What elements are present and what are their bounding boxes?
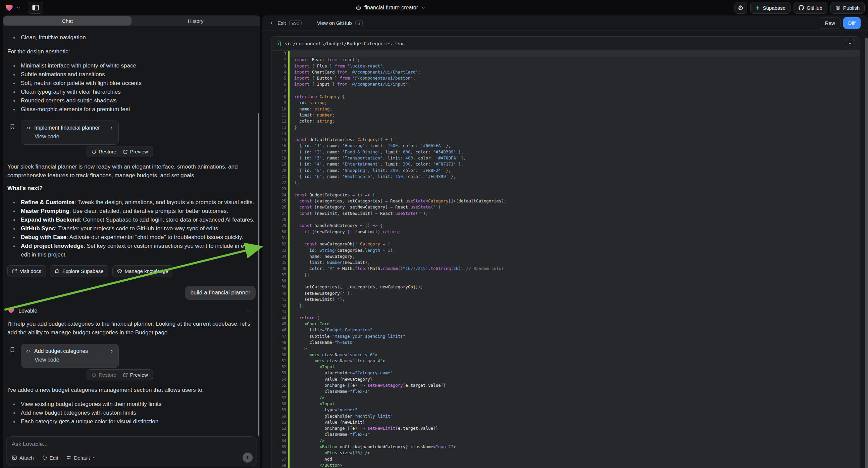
view-code-link[interactable]: View code bbox=[35, 357, 114, 364]
lovable-logo-icon[interactable] bbox=[5, 4, 14, 12]
code-file-header[interactable]: src/components/budget/BudgetCategories.t… bbox=[272, 37, 860, 51]
exit-button[interactable]: Exit ESC bbox=[270, 20, 302, 26]
diff-button[interactable]: Diff bbox=[843, 17, 861, 29]
tab-history[interactable]: History bbox=[131, 16, 260, 26]
preview-button[interactable]: Preview bbox=[123, 149, 148, 154]
fold-chevron-icon[interactable]: ⌄ bbox=[287, 223, 289, 229]
code-line-content: <Button onClick={handleAddCategory} clas… bbox=[289, 444, 860, 450]
code-line: 65 <Button onClick={handleAddCategory} c… bbox=[272, 444, 860, 450]
file-added-icon bbox=[276, 40, 281, 46]
code-line-content: title="Budget Categories" bbox=[289, 327, 860, 333]
version-card[interactable]: Add budget categoriesView code bbox=[21, 344, 119, 368]
g-kbd-badge: G bbox=[355, 20, 363, 26]
code-line: 15⌄const defaultCategories: Category[] =… bbox=[272, 137, 860, 143]
line-number: 33 bbox=[272, 247, 288, 254]
view-on-github-button[interactable]: View on GitHub G bbox=[317, 20, 363, 26]
github-button[interactable]: GitHub bbox=[794, 2, 828, 14]
chevron-right-icon bbox=[110, 126, 114, 130]
chevron-left-icon bbox=[270, 21, 274, 25]
model-default-dropdown[interactable]: Default bbox=[66, 455, 96, 461]
line-number: 52 bbox=[272, 364, 288, 370]
restore-button[interactable]: Restore bbox=[92, 149, 117, 154]
list-item: Refine & Customize: Tweak the design, an… bbox=[7, 198, 256, 207]
code-line: 49 > bbox=[272, 346, 860, 351]
supabase-button[interactable]: Supabase bbox=[750, 2, 791, 14]
code-line-content: const BudgetCategories = () => { bbox=[289, 192, 860, 198]
code-line: 62 onChange={(e) => setNewLimit(e.target… bbox=[272, 426, 860, 431]
edit-mode-button[interactable]: Edit bbox=[42, 455, 58, 461]
code-line-content: /> bbox=[289, 395, 860, 401]
line-number: 55 bbox=[272, 382, 288, 388]
code-line-content: } bbox=[289, 124, 860, 130]
line-number: 10 bbox=[272, 106, 288, 112]
line-number: 7 bbox=[272, 88, 288, 94]
fold-chevron-icon[interactable]: ⌄ bbox=[287, 137, 289, 143]
fold-chevron-icon[interactable]: ⌄ bbox=[287, 94, 289, 100]
code-content[interactable]: 12import React from 'react';3import { Pl… bbox=[272, 51, 860, 468]
code-line-content: className="h-auto" bbox=[289, 340, 860, 346]
line-number: 65 bbox=[272, 444, 288, 450]
code-viewer-toolbar: Exit ESC View on GitHub G Raw Diff bbox=[262, 16, 868, 31]
line-number: 28 bbox=[272, 216, 288, 223]
attach-button[interactable]: Attach bbox=[12, 455, 34, 461]
code-line-content: { id: '1', name: 'Housing', limit: 1500,… bbox=[289, 143, 860, 149]
code-line-content: className="flex-1" bbox=[289, 431, 860, 437]
assistant-name: Lovable bbox=[19, 308, 37, 314]
sidebar-toggle-button[interactable] bbox=[28, 2, 43, 14]
send-button[interactable] bbox=[243, 452, 253, 463]
chat-bullet-list: Refine & Customize: Tweak the design, an… bbox=[7, 198, 256, 259]
code-line: 19 { id: '4', name: 'Entertainment', lim… bbox=[272, 161, 860, 167]
code-line-content: if (!newCategory || !newLimit) return; bbox=[289, 229, 860, 235]
line-number: 13 bbox=[272, 124, 288, 130]
sliders-icon bbox=[66, 455, 71, 460]
line-number: 1 bbox=[272, 51, 288, 57]
bookmark-icon[interactable] bbox=[9, 123, 16, 130]
line-number: 31 bbox=[272, 235, 288, 241]
version-card[interactable]: Implement financial plannerView code bbox=[21, 120, 119, 145]
code-line: 67 Add bbox=[272, 456, 860, 462]
project-switcher[interactable]: financial-future-creator bbox=[355, 0, 426, 16]
logo-chevron-down-icon[interactable] bbox=[17, 6, 21, 10]
restore-button[interactable]: Restore bbox=[92, 372, 117, 378]
chat-input[interactable] bbox=[12, 441, 251, 447]
line-number: 19 bbox=[272, 161, 288, 167]
message-menu-button[interactable]: ··· bbox=[246, 308, 254, 314]
line-number: 42 bbox=[272, 302, 288, 309]
code-line-content: { id: '2', name: 'Food & Dining', limit:… bbox=[289, 149, 860, 155]
line-number: 37 bbox=[272, 272, 288, 278]
line-number: 15⌄ bbox=[272, 137, 288, 143]
publish-globe-icon bbox=[835, 5, 840, 10]
attach-image-icon bbox=[12, 455, 17, 460]
line-number: 6 bbox=[272, 81, 288, 87]
fold-chevron-icon[interactable]: ⌄ bbox=[287, 241, 289, 247]
code-line-content: { id: '5', name: 'Shopping', limit: 200,… bbox=[289, 168, 860, 174]
code-line: 39 setCategories([...categories, newCate… bbox=[272, 284, 860, 290]
code-viewer-panel: Exit ESC View on GitHub G Raw Diff src/c… bbox=[262, 16, 868, 468]
code-line-content: const newCategoryObj: Category = { bbox=[289, 241, 860, 247]
explore-supabase-button[interactable]: Explore Supabase bbox=[50, 265, 108, 277]
chat-scrollbar[interactable] bbox=[258, 113, 259, 436]
visit-docs-button[interactable]: Visit docs bbox=[7, 265, 46, 277]
settings-gear-button[interactable]: ⚙ bbox=[735, 2, 747, 14]
view-code-link[interactable]: View code bbox=[35, 134, 114, 141]
code-line-content: <ChartCard bbox=[289, 321, 860, 327]
code-line: 41 setNewLimit(''); bbox=[272, 296, 860, 302]
code-line-content: interface Category { bbox=[289, 94, 860, 100]
fold-chevron-icon[interactable]: ⌄ bbox=[287, 193, 289, 198]
bookmark-icon[interactable] bbox=[9, 347, 16, 353]
manage-knowledge-button[interactable]: Manage knowledge bbox=[113, 265, 173, 277]
tab-chat[interactable]: Chat bbox=[3, 16, 131, 26]
publish-button[interactable]: Publish bbox=[830, 2, 865, 14]
code-line: 43 bbox=[272, 309, 860, 315]
line-number: 27 bbox=[272, 210, 288, 216]
collapse-file-button[interactable] bbox=[845, 39, 855, 48]
line-number: 62 bbox=[272, 426, 288, 431]
raw-button[interactable]: Raw bbox=[820, 17, 840, 29]
code-line-content: <div className="space-y-6"> bbox=[289, 352, 860, 358]
preview-button[interactable]: Preview bbox=[123, 372, 148, 378]
code-line: 4import ChartCard from '@/components/ui/… bbox=[272, 69, 860, 75]
code-scrollbar[interactable] bbox=[865, 38, 868, 468]
code-line-content: onChange={(e) => setNewCategory(e.target… bbox=[289, 382, 860, 388]
code-line: 60 placeholder="Monthly limit" bbox=[272, 413, 860, 419]
line-number: 17 bbox=[272, 149, 288, 155]
